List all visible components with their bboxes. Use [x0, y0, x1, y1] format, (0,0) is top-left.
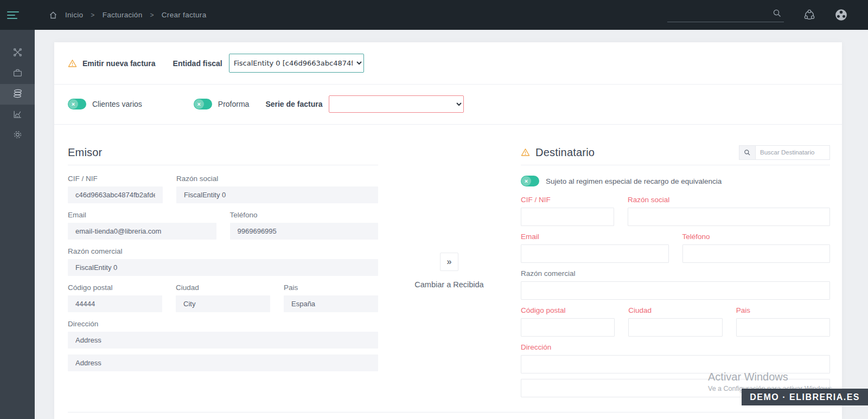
emisor-cif-input[interactable] — [68, 186, 163, 203]
toggle-off-icon: × — [521, 176, 531, 186]
dest-pais-label: Pais — [736, 306, 830, 314]
swap-direction-button[interactable]: » — [440, 253, 458, 271]
emisor-razon-social-input[interactable] — [176, 186, 378, 203]
sidebar-item-network[interactable] — [0, 43, 35, 63]
dest-razon-comercial-label: Razón comercial — [521, 269, 830, 278]
dest-email-input[interactable] — [521, 244, 669, 263]
destinatario-title: Destinatario — [535, 146, 595, 159]
activate-windows-title: Activar Windows — [708, 371, 834, 383]
sidebar-item-briefcase[interactable] — [0, 63, 35, 84]
emisor-razon-comercial-input[interactable] — [68, 259, 378, 276]
emisor-telefono-input[interactable] — [230, 223, 379, 240]
destinatario-search — [739, 145, 830, 160]
emisor-cif-label: CIF / NIF — [68, 175, 163, 183]
emisor-column: Emisor CIF / NIF Razón social Email — [68, 145, 378, 379]
proforma-toggle[interactable]: × — [194, 99, 212, 109]
warning-icon — [68, 59, 77, 68]
topbar-search-input[interactable] — [667, 8, 784, 22]
emisor-email-label: Email — [68, 211, 216, 219]
dest-ciudad-input[interactable] — [628, 318, 722, 337]
serie-factura-label: Serie de factura — [265, 100, 322, 108]
emisor-razon-social-label: Razón social — [176, 175, 378, 183]
breadcrumb-item-inicio[interactable]: Inicio — [65, 11, 83, 19]
emisor-direccion-label: Dirección — [68, 320, 378, 328]
buscar-destinatario-input[interactable] — [756, 146, 829, 159]
search-icon — [773, 9, 782, 18]
topbar: Inicio > Facturación > Crear factura — [0, 0, 868, 30]
emit-invoice-bar: Emitir nueva factura Entidad fiscal Fisc… — [54, 42, 842, 85]
toggle-off-icon: × — [68, 99, 78, 109]
sidebar — [0, 30, 35, 419]
breadcrumb-item-facturacion[interactable]: Facturación — [103, 11, 143, 19]
nodes-network-icon — [12, 47, 23, 60]
dest-codigo-postal-label: Código postal — [521, 306, 615, 314]
destinatario-column: Destinatario × Sujet — [521, 145, 830, 404]
breadcrumb: Inicio > Facturación > Crear factura — [49, 11, 206, 20]
dest-codigo-postal-input[interactable] — [521, 318, 615, 337]
emisor-direccion-input-2[interactable] — [68, 354, 378, 371]
invoice-options-bar: × Clientes varios × Proforma Serie de fa… — [54, 85, 842, 125]
search-icon — [739, 146, 756, 159]
page: Inicio > Facturación > Crear factura — [0, 0, 868, 419]
dest-cif-label: CIF / NIF — [521, 196, 614, 204]
emisor-email-input[interactable] — [68, 223, 216, 240]
warning-icon — [521, 148, 530, 157]
divider — [521, 165, 830, 165]
emit-invoice-title: Emitir nueva factura — [82, 59, 156, 68]
invoice-card: Emitir nueva factura Entidad fiscal Fisc… — [54, 42, 842, 419]
entidad-fiscal-select[interactable]: FiscalEntity 0 [c46d9663abc4874fb2afde14… — [229, 54, 364, 73]
emisor-direccion-input-1[interactable] — [68, 332, 378, 349]
emisor-title: Emisor — [68, 146, 102, 159]
clientes-varios-label: Clientes varios — [92, 100, 142, 108]
chart-icon — [12, 109, 23, 121]
divider — [68, 412, 830, 412]
dest-email-label: Email — [521, 233, 669, 241]
recargo-equivalencia-toggle[interactable]: × — [521, 176, 539, 186]
breadcrumb-separator: > — [91, 11, 94, 19]
proforma-label: Proforma — [218, 100, 250, 108]
divider — [68, 165, 378, 165]
emisor-pais-label: Pais — [284, 283, 378, 292]
demo-badge: DEMO · ELIBRERIA.ES — [742, 389, 868, 405]
dest-cif-input[interactable] — [521, 208, 614, 226]
dest-telefono-label: Teléfono — [682, 233, 831, 241]
emisor-telefono-label: Teléfono — [230, 211, 379, 219]
breadcrumb-separator: > — [150, 11, 154, 19]
clientes-varios-toggle[interactable]: × — [68, 99, 86, 109]
emisor-pais-input[interactable] — [284, 295, 378, 312]
home-icon[interactable] — [49, 11, 58, 20]
dest-direccion-label: Dirección — [521, 343, 830, 351]
dest-razon-social-input[interactable] — [628, 208, 830, 226]
menu-icon[interactable] — [0, 0, 35, 30]
serie-factura-select[interactable] — [329, 95, 464, 113]
cambiar-a-recibida-label[interactable]: Cambiar a Recibida — [409, 280, 490, 289]
emisor-ciudad-label: Ciudad — [176, 283, 270, 292]
share-network-icon[interactable] — [803, 9, 815, 21]
dest-ciudad-label: Ciudad — [628, 306, 722, 314]
emisor-codigo-postal-input[interactable] — [68, 295, 162, 312]
toggle-off-icon: × — [194, 99, 204, 109]
breadcrumb-item-crear-factura: Crear factura — [162, 11, 207, 19]
emisor-codigo-postal-label: Código postal — [68, 283, 162, 292]
emisor-ciudad-input[interactable] — [176, 295, 270, 312]
sidebar-item-invoices[interactable] — [0, 84, 35, 105]
double-chevron-right-icon: » — [447, 257, 452, 266]
settings-gear-icon — [12, 130, 23, 142]
entidad-fiscal-label: Entidad fiscal — [173, 59, 222, 68]
dest-pais-input[interactable] — [736, 318, 830, 337]
topbar-right — [667, 8, 868, 22]
recargo-equivalencia-label: Sujeto al regimen especial de recargo de… — [546, 177, 722, 185]
invoices-stack-icon — [12, 88, 23, 101]
globe-icon[interactable] — [835, 9, 847, 21]
sidebar-item-reports[interactable] — [0, 105, 35, 125]
briefcase-icon — [12, 68, 23, 80]
sidebar-item-settings[interactable] — [0, 125, 35, 146]
emisor-razon-comercial-label: Razón comercial — [68, 247, 378, 255]
dest-telefono-input[interactable] — [682, 244, 831, 263]
topbar-search — [667, 8, 784, 22]
dest-razon-comercial-input[interactable] — [521, 281, 830, 300]
swap-direction: » Cambiar a Recibida — [409, 253, 490, 289]
dest-razon-social-label: Razón social — [628, 196, 830, 204]
